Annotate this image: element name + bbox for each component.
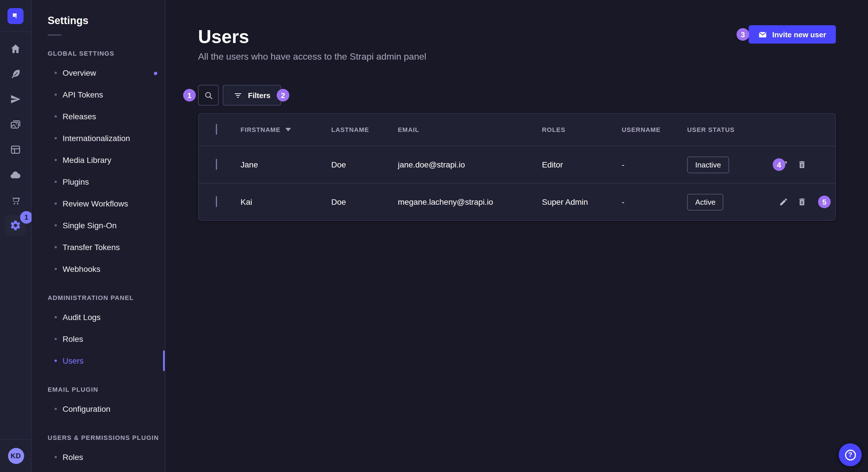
filters-button-label: Filters [248, 91, 270, 100]
page-header: Users All the users who have access to t… [198, 25, 836, 63]
section-global-settings: GLOBAL SETTINGS [32, 49, 165, 57]
page-subtitle: All the users who have access to the Str… [198, 50, 836, 63]
section-email-plugin: EMAIL PLUGIN [32, 385, 165, 394]
subnav-item-review-workflows[interactable]: Review Workflows [32, 193, 165, 214]
cell-firstname: Jane [241, 160, 331, 169]
cell-username: - [622, 160, 687, 169]
column-header-roles[interactable]: ROLES [542, 126, 622, 133]
row-checkbox[interactable] [216, 196, 217, 207]
cell-roles: Editor [542, 160, 622, 169]
status-badge: Inactive [687, 156, 729, 173]
cell-roles: Super Admin [542, 197, 622, 206]
annotation-5: 5 [818, 196, 831, 208]
bullet-icon [55, 137, 57, 139]
settings-notification-badge: 1 [20, 211, 33, 224]
main-nav-rail: 1 KD [0, 0, 32, 472]
column-header-email[interactable]: EMAIL [398, 126, 542, 133]
annotation-1: 1 [183, 89, 196, 102]
subnav-item-media-library[interactable]: Media Library [32, 149, 165, 171]
layout-panels-icon[interactable] [5, 139, 26, 160]
delete-trash-icon[interactable] [797, 197, 807, 206]
table-row[interactable]: Kai Doe megane.lacheny@strapi.io Super A… [198, 183, 835, 220]
filter-icon [234, 91, 242, 100]
subnav-item-webhooks[interactable]: Webhooks [32, 258, 165, 280]
bullet-icon [55, 181, 57, 183]
sort-descending-icon [285, 128, 291, 131]
subnav-item-single-sign-on[interactable]: Single Sign-On [32, 214, 165, 236]
cell-firstname: Kai [241, 197, 331, 206]
active-item-indicator [163, 350, 165, 371]
bullet-icon [55, 456, 57, 458]
bullet-icon [55, 94, 57, 96]
invite-new-user-button[interactable]: Invite new user [749, 25, 836, 43]
bullet-icon [55, 268, 57, 270]
subnav-item-releases[interactable]: Releases [32, 105, 165, 127]
marketplace-cart-icon[interactable] [5, 190, 26, 210]
media-library-pictures-icon[interactable] [5, 114, 26, 135]
subnav-item-internationalization[interactable]: Internationalization [32, 127, 165, 149]
subnav-title: Settings [32, 15, 165, 26]
bullet-icon [55, 316, 57, 318]
subnav-item-transfer-tokens[interactable]: Transfer Tokens [32, 236, 165, 258]
cell-lastname: Doe [331, 160, 398, 169]
strapi-logo-icon [7, 8, 24, 24]
subnav-title-divider [48, 34, 61, 36]
column-header-firstname[interactable]: FIRSTNAME [241, 126, 331, 133]
settings-subnav: Settings GLOBAL SETTINGS Overview API To… [32, 0, 165, 472]
user-avatar[interactable]: KD [8, 448, 24, 464]
send-plane-icon[interactable] [5, 89, 26, 109]
bullet-icon [55, 338, 57, 340]
annotation-4: 4 [773, 158, 785, 171]
subnav-item-up-roles[interactable]: Roles [32, 446, 165, 468]
bullet-icon [55, 408, 57, 410]
overview-notification-dot [154, 72, 157, 75]
annotation-2: 2 [277, 89, 289, 102]
users-page: Users All the users who have access to t… [165, 0, 868, 472]
section-administration-panel: ADMINISTRATION PANEL [32, 294, 165, 302]
bullet-icon [55, 202, 57, 205]
filters-button[interactable]: Filters [223, 85, 281, 105]
section-users-permissions-plugin: USERS & PERMISSIONS PLUGIN [32, 434, 165, 442]
content-manager-feather-icon[interactable] [5, 64, 26, 84]
bullet-icon [55, 115, 57, 117]
subnav-item-admin-roles[interactable]: Roles [32, 328, 165, 350]
cell-username: - [622, 197, 687, 206]
invite-button-label: Invite new user [772, 30, 826, 39]
cloud-icon[interactable] [5, 165, 26, 185]
table-toolbar: 1 Filters 2 [198, 85, 836, 105]
column-header-username[interactable]: USERNAME [622, 126, 687, 133]
column-header-user-status[interactable]: USER STATUS [687, 126, 773, 133]
annotation-3: 3 [737, 28, 749, 41]
settings-gear-icon[interactable]: 1 [5, 215, 26, 236]
home-icon[interactable] [5, 38, 26, 59]
users-table: FIRSTNAME LASTNAME EMAIL ROLES USERNAME … [198, 113, 836, 221]
help-button[interactable]: ? [839, 443, 862, 466]
search-button[interactable] [198, 85, 219, 105]
status-badge: Active [687, 194, 724, 210]
row-checkbox[interactable] [216, 159, 217, 170]
column-header-lastname[interactable]: LASTNAME [331, 126, 398, 133]
subnav-item-up-providers[interactable]: Providers [32, 468, 165, 472]
bullet-icon [55, 159, 57, 161]
subnav-item-email-configuration[interactable]: Configuration [32, 398, 165, 420]
select-all-checkbox[interactable] [216, 124, 217, 135]
search-icon [204, 90, 213, 100]
edit-pencil-icon[interactable] [779, 197, 788, 206]
subnav-item-api-tokens[interactable]: API Tokens [32, 84, 165, 105]
table-row[interactable]: Jane Doe jane.doe@strapi.io Editor - Ina… [198, 146, 835, 183]
subnav-item-overview[interactable]: Overview [32, 62, 165, 84]
cell-email: jane.doe@strapi.io [398, 160, 542, 169]
cell-lastname: Doe [331, 197, 398, 206]
table-header-row: FIRSTNAME LASTNAME EMAIL ROLES USERNAME … [198, 113, 835, 146]
cell-email: megane.lacheny@strapi.io [398, 197, 542, 206]
envelope-icon [758, 30, 767, 39]
subnav-item-users[interactable]: Users [32, 350, 165, 372]
subnav-item-audit-logs[interactable]: Audit Logs [32, 306, 165, 328]
question-mark-icon: ? [845, 449, 856, 460]
bullet-icon [55, 246, 57, 248]
bullet-icon [55, 360, 57, 362]
strapi-admin-app: 1 KD Settings GLOBAL SETTINGS Overview A… [0, 0, 868, 472]
workspace-logo-area[interactable] [0, 0, 31, 32]
subnav-item-plugins[interactable]: Plugins [32, 171, 165, 193]
delete-trash-icon[interactable] [797, 160, 807, 169]
